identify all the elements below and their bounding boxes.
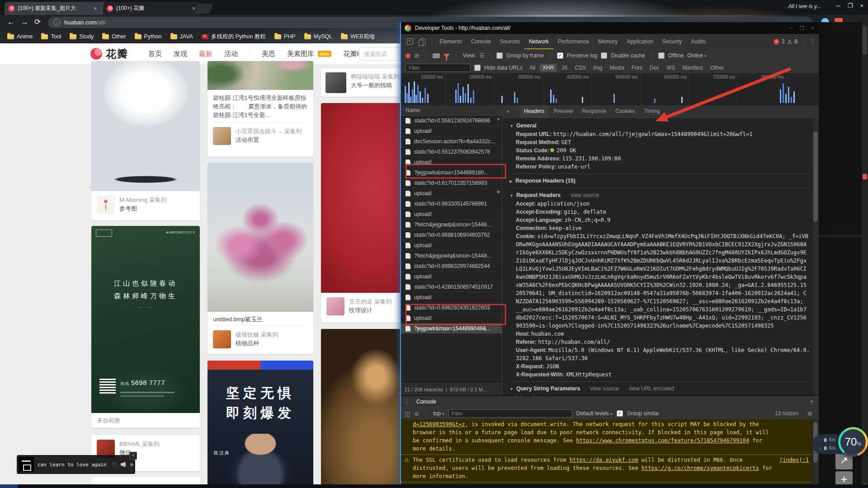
pin-thumbnail[interactable] bbox=[326, 72, 346, 93]
capture-screenshots-icon[interactable] bbox=[433, 53, 440, 58]
type-filter[interactable]: Font bbox=[628, 64, 646, 72]
request-row[interactable]: upload/ bbox=[401, 188, 502, 199]
devtools-tab[interactable]: Network bbox=[524, 34, 553, 49]
page-scrollbar[interactable] bbox=[862, 22, 868, 488]
request-row[interactable]: upload/ bbox=[401, 292, 502, 303]
clear-console-icon[interactable]: ⊘ bbox=[414, 410, 419, 417]
minimize-icon[interactable]: ─ bbox=[789, 25, 793, 31]
pin-image-navy-poster[interactable]: 坚定无惧 即刻爆发 陈汉典 bbox=[208, 361, 313, 488]
nav-latest[interactable]: 最新 bbox=[199, 50, 212, 58]
info-icon[interactable]: i bbox=[53, 19, 60, 26]
console-link[interactable]: https://g.co/chrome/symantecpkicerts bbox=[642, 465, 759, 471]
console-filter-input[interactable] bbox=[448, 409, 572, 418]
avatar[interactable] bbox=[326, 297, 344, 315]
taskbar-edge[interactable] bbox=[0, 484, 868, 488]
waterfall-view-icon[interactable]: ⋱ bbox=[488, 52, 493, 59]
bookmark-item[interactable]: PHP bbox=[274, 33, 296, 40]
hide-data-urls-checkbox[interactable] bbox=[474, 65, 481, 71]
scrollbar-thumb[interactable] bbox=[863, 26, 867, 55]
type-filter[interactable]: JS bbox=[558, 64, 571, 72]
warning-icon[interactable]: ⚠ bbox=[787, 38, 793, 45]
type-filter[interactable]: All bbox=[526, 64, 538, 72]
playlist-icon[interactable]: ≡ bbox=[130, 461, 133, 468]
devtools-tab[interactable]: Audits bbox=[686, 34, 710, 49]
bookmark-item[interactable]: Study bbox=[70, 33, 94, 40]
pin-image-magnolia[interactable] bbox=[208, 163, 313, 312]
request-headers-section[interactable]: Request Headers bbox=[516, 192, 561, 198]
request-row[interactable]: upload/ bbox=[401, 126, 502, 136]
devtools-tab[interactable]: Performance bbox=[553, 34, 594, 49]
close-icon[interactable]: × bbox=[860, 2, 863, 9]
bookmark-item[interactable]: Tool bbox=[41, 33, 61, 40]
nav-home[interactable]: 首页 bbox=[148, 50, 162, 58]
tab-close-icon[interactable]: × bbox=[192, 5, 195, 12]
console-link[interactable]: https://www.chromestatus.com/feature/571… bbox=[576, 437, 749, 444]
request-row[interactable]: upload/ bbox=[401, 313, 502, 324]
group-similar-checkbox[interactable]: ✓ bbox=[617, 410, 623, 417]
percent-gauge[interactable]: 70% bbox=[838, 427, 868, 457]
bookmark-item[interactable]: Python bbox=[135, 33, 162, 40]
view-source-link[interactable]: view source bbox=[590, 385, 618, 392]
kebab-menu-icon[interactable]: ⋮ bbox=[807, 38, 819, 45]
details-tab[interactable]: Timing bbox=[639, 105, 665, 117]
bookmark-item[interactable]: JAVA bbox=[170, 33, 193, 40]
network-filter-input[interactable] bbox=[406, 64, 471, 72]
pin-card-robot[interactable]: M-Morning 采集到 参考图 bbox=[91, 61, 200, 221]
error-badge-icon[interactable]: × bbox=[774, 39, 779, 45]
general-section-header[interactable]: General bbox=[516, 122, 537, 129]
close-console-icon[interactable]: × bbox=[805, 399, 819, 405]
request-row[interactable]: upload/ bbox=[401, 240, 502, 251]
request-row[interactable]: static?id=0.8996329974682544 bbox=[401, 261, 502, 272]
request-row[interactable]: static?id=0.42601506574510917 bbox=[401, 282, 502, 292]
type-filter[interactable]: Doc bbox=[646, 64, 662, 72]
type-filter[interactable]: CSS bbox=[571, 64, 589, 72]
preserve-log-checkbox[interactable]: ✓ bbox=[557, 52, 563, 59]
response-headers-section[interactable]: Response Headers (15) bbox=[515, 178, 576, 184]
nav-meisi[interactable]: 美思 bbox=[262, 50, 275, 58]
devtools-tab[interactable]: Memory bbox=[594, 34, 622, 49]
start-button-edge[interactable] bbox=[0, 484, 18, 488]
name-column-header[interactable]: Name bbox=[401, 105, 502, 116]
filter-funnel-icon[interactable] bbox=[443, 54, 450, 58]
request-row[interactable]: ?fetch&jejgowlq&since=15448... bbox=[401, 251, 502, 261]
devtools-tab[interactable]: Sources bbox=[495, 34, 524, 49]
pin-image-robot[interactable] bbox=[91, 61, 200, 191]
network-overview[interactable]: 100000 ms200000 ms300000 ms400000 ms5000… bbox=[401, 73, 819, 106]
clear-icon[interactable]: ⊘ bbox=[414, 52, 420, 59]
type-filter[interactable]: XHR bbox=[539, 64, 557, 72]
devtools-titlebar[interactable]: Developer Tools - http://huaban.com/all/… bbox=[401, 22, 819, 34]
pin-card-green-poster[interactable]: AIRPORTCITY 江山也似随春动 森林师峰万物生 — · — 热线5698… bbox=[91, 226, 200, 428]
tab-close-icon[interactable]: × bbox=[94, 5, 97, 12]
type-filter[interactable]: Media bbox=[606, 64, 627, 72]
view-url-encoded-link[interactable]: view URL encoded bbox=[629, 385, 674, 392]
query-params-section[interactable]: Query String Parameters bbox=[516, 385, 580, 392]
minimize-icon[interactable]: ─ bbox=[836, 2, 840, 9]
pin-image-green-poster[interactable]: AIRPORTCITY 江山也似随春动 森林师峰万物生 — · — 热线5698… bbox=[91, 226, 200, 413]
device-toolbar-icon[interactable] bbox=[418, 37, 428, 46]
offline-checkbox[interactable] bbox=[658, 52, 665, 59]
pin-image-garden[interactable] bbox=[208, 61, 313, 90]
scrollbar-thumb[interactable] bbox=[813, 131, 818, 222]
devtools-tab[interactable]: Console bbox=[467, 34, 495, 49]
type-filter[interactable]: WS bbox=[663, 64, 678, 72]
pin-card-magnolia[interactable]: untitled.bmp紫玉兰 破墙饮贼 采集到 植物品种 bbox=[208, 163, 313, 354]
details-tab[interactable]: Response bbox=[577, 105, 611, 117]
nav-activity[interactable]: 活动 bbox=[224, 50, 238, 58]
disable-cache-checkbox[interactable] bbox=[601, 52, 607, 59]
bookmark-item[interactable]: WEB前端 bbox=[341, 33, 374, 41]
board-link[interactable]: 参考图 bbox=[119, 204, 167, 213]
request-row[interactable]: ?fetch&jejgowlp&since=15448... bbox=[401, 220, 502, 230]
request-row[interactable]: dvcSession.action?k=6a4a332c... bbox=[401, 136, 502, 147]
pin-card-navy-poster[interactable]: 坚定无惧 即刻爆发 陈汉典 bbox=[208, 361, 313, 488]
console-tab[interactable]: Console bbox=[413, 399, 440, 405]
reload-icon[interactable]: ⟳ bbox=[34, 17, 41, 27]
record-icon[interactable] bbox=[406, 53, 410, 58]
list-view-icon[interactable]: ☰ bbox=[480, 52, 484, 59]
console-link[interactable]: d=1256903590&t=z bbox=[413, 421, 465, 427]
group-by-frame-checkbox[interactable] bbox=[496, 52, 503, 59]
request-row[interactable]: upload/ bbox=[401, 209, 502, 220]
kebab-menu-icon[interactable]: ⋮ bbox=[401, 398, 413, 405]
details-tab[interactable]: Preview bbox=[549, 105, 577, 117]
type-filter[interactable]: Img bbox=[590, 64, 605, 72]
nav-meisu[interactable]: 美素图库 bbox=[287, 50, 314, 58]
